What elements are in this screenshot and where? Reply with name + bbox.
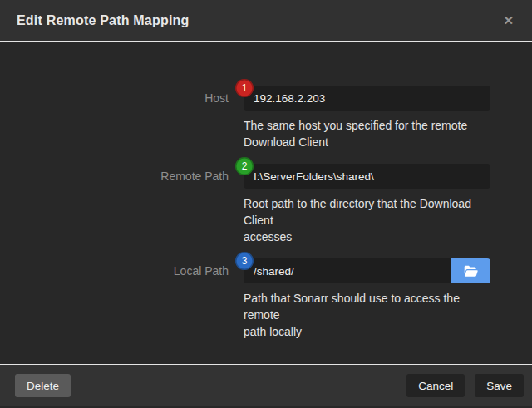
remote-path-input-wrap: 2 Root path to the directory that the Do… — [244, 164, 490, 245]
delete-button[interactable]: Delete — [15, 374, 71, 397]
form-row-remote-path: Remote Path 2 Root path to the directory… — [0, 164, 532, 245]
page-title: Edit Remote Path Mapping — [17, 13, 501, 28]
host-label: Host — [0, 86, 229, 150]
host-input-wrap: 1 The same host you specified for the re… — [244, 86, 490, 150]
host-input[interactable] — [244, 86, 490, 111]
save-button[interactable]: Save — [475, 374, 524, 397]
dialog-footer: Delete Cancel Save — [0, 364, 532, 406]
host-help-text: The same host you specified for the remo… — [244, 117, 490, 150]
form-row-host: Host 1 The same host you specified for t… — [0, 86, 532, 150]
browse-path-button[interactable] — [451, 258, 490, 283]
cancel-button[interactable]: Cancel — [406, 374, 465, 397]
local-path-input-wrap: 3 Path that Sonarr should use to access … — [244, 258, 490, 340]
local-path-help-text: Path that Sonarr should use to access th… — [244, 290, 490, 340]
form-row-local-path: Local Path 3 Path that Sonarr should — [0, 258, 532, 340]
remote-path-help-text: Root path to the directory that the Down… — [244, 195, 490, 245]
edit-remote-path-mapping-dialog: Edit Remote Path Mapping ✕ Host 1 The sa… — [0, 0, 532, 408]
dialog-header: Edit Remote Path Mapping ✕ — [0, 0, 532, 42]
local-path-input[interactable] — [244, 258, 451, 283]
close-icon[interactable]: ✕ — [501, 12, 515, 28]
folder-open-icon — [464, 265, 478, 278]
local-path-input-row — [244, 258, 490, 283]
dialog-body: Host 1 The same host you specified for t… — [0, 42, 532, 364]
annotation-badge-3: 3 — [235, 252, 254, 270]
annotation-badge-1: 1 — [235, 79, 254, 97]
local-path-label: Local Path — [0, 258, 229, 340]
remote-path-label: Remote Path — [0, 164, 229, 245]
remote-path-input[interactable] — [244, 164, 490, 189]
annotation-badge-2: 2 — [235, 157, 254, 175]
